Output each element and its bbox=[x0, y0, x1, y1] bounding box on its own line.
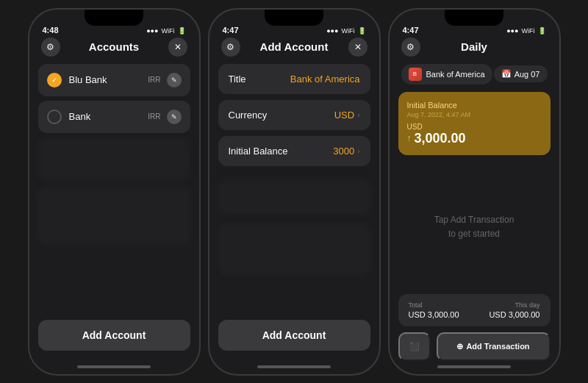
blurred-area-2 bbox=[38, 186, 190, 245]
phone-accounts: 4:48 ●●● WiFi 🔋 ⚙ Accounts ✕ ✓ Blu Bank … bbox=[28, 8, 201, 376]
time-2: 4:47 bbox=[223, 26, 239, 35]
nav-bar-1: ⚙ Accounts ✕ bbox=[29, 37, 199, 64]
empty-line1: Tap Add Transaction bbox=[434, 213, 514, 227]
home-indicator-3 bbox=[437, 365, 511, 368]
footer-total: Total USD 3,000.00 bbox=[409, 301, 459, 319]
bank-logo-icon: B bbox=[409, 68, 422, 81]
bottom-section-2: Add Account bbox=[209, 314, 379, 365]
battery-icon-2: 🔋 bbox=[358, 27, 366, 35]
calendar-icon: 📅 bbox=[501, 69, 512, 79]
bank-selector[interactable]: B Bank of America bbox=[401, 64, 492, 85]
status-icons-3: ●●● WiFi 🔋 bbox=[506, 27, 545, 35]
title-value: Bank of America bbox=[290, 74, 360, 85]
add-account-button-2[interactable]: Add Account bbox=[218, 320, 370, 351]
export-icon: ⬛ bbox=[409, 342, 420, 351]
daily-footer: Total USD 3,000.00 This day USD 3,000.00 bbox=[398, 294, 551, 326]
export-button[interactable]: ⬛ bbox=[398, 332, 431, 361]
blurred-area-4 bbox=[218, 223, 370, 275]
total-label: Total bbox=[409, 301, 459, 309]
blurred-area-1 bbox=[38, 137, 190, 182]
home-indicator-2 bbox=[257, 365, 331, 368]
close-icon-2[interactable]: ✕ bbox=[348, 37, 368, 57]
time-1: 4:48 bbox=[43, 26, 59, 35]
tx-amount-row: USD ↑ 3,000.00 bbox=[407, 123, 542, 146]
account-name-bank: Bank bbox=[69, 111, 148, 122]
gear-icon-1[interactable]: ⚙ bbox=[41, 37, 60, 57]
balance-row[interactable]: Initial Balance 3000 › bbox=[218, 136, 370, 166]
wifi-icon: WiFi bbox=[162, 27, 175, 35]
title-label: Title bbox=[229, 74, 246, 85]
blurred-area-3 bbox=[218, 178, 370, 215]
account-check-selected: ✓ bbox=[47, 73, 62, 87]
accounts-list: ✓ Blu Bank IRR ✎ Bank IRR ✎ bbox=[29, 64, 199, 314]
tx-currency: USD ↑ 3,000.00 bbox=[407, 123, 466, 146]
account-name-blubank: Blu Bank bbox=[69, 74, 148, 85]
signal-icon-2: ●●● bbox=[326, 27, 338, 35]
close-icon-1[interactable]: ✕ bbox=[168, 37, 187, 57]
nav-bar-3: ⚙ Daily bbox=[390, 37, 559, 64]
chevron-currency: › bbox=[357, 111, 359, 119]
daily-header: B Bank of America 📅 Aug 07 bbox=[398, 64, 551, 92]
phone-daily: 4:47 ●●● WiFi 🔋 ⚙ Daily B Bank of Americ… bbox=[388, 8, 561, 376]
signal-icon: ●●● bbox=[146, 27, 158, 35]
balance-value: 3000 › bbox=[333, 146, 359, 157]
thisday-label: This day bbox=[489, 301, 539, 309]
action-row: ⬛ ⊕ Add Transaction bbox=[398, 332, 551, 361]
tx-label: Initial Balance bbox=[407, 101, 542, 110]
footer-row: Total USD 3,000.00 This day USD 3,000.00 bbox=[409, 301, 540, 319]
currency-group: Currency USD › bbox=[218, 100, 370, 130]
tx-amount-value: 3,000.00 bbox=[415, 131, 466, 146]
nav-bar-2: ⚙ Add Account ✕ bbox=[209, 37, 379, 64]
time-3: 4:47 bbox=[403, 26, 419, 35]
nav-right-placeholder bbox=[528, 37, 547, 57]
gear-icon-3[interactable]: ⚙ bbox=[401, 37, 420, 57]
initial-balance-card[interactable]: Initial Balance Aug 7, 2022, 4:47 AM USD… bbox=[398, 92, 551, 155]
add-account-form: Title Bank of America Currency USD › Ini… bbox=[209, 64, 379, 314]
add-transaction-button[interactable]: ⊕ Add Transaction bbox=[437, 332, 551, 361]
account-edit-blubank[interactable]: ✎ bbox=[167, 73, 182, 87]
total-value: USD 3,000.00 bbox=[409, 310, 459, 319]
plus-icon: ⊕ bbox=[456, 342, 463, 351]
date-label: Aug 07 bbox=[514, 70, 540, 79]
thisday-value: USD 3,000.00 bbox=[489, 310, 539, 319]
wifi-icon-2: WiFi bbox=[342, 27, 355, 35]
bank-name-label: Bank of America bbox=[426, 70, 485, 79]
empty-line2: to get started bbox=[448, 227, 500, 241]
home-indicator-1 bbox=[77, 365, 151, 368]
battery-icon-3: 🔋 bbox=[538, 27, 546, 35]
footer-thisday: This day USD 3,000.00 bbox=[489, 301, 539, 319]
account-item-bank[interactable]: Bank IRR ✎ bbox=[38, 101, 190, 133]
currency-value: USD › bbox=[334, 110, 360, 121]
phone-add-account: 4:47 ●●● WiFi 🔋 ⚙ Add Account ✕ Title Ba… bbox=[208, 8, 381, 376]
account-item-blubank[interactable]: ✓ Blu Bank IRR ✎ bbox=[38, 64, 190, 96]
account-currency-bank: IRR bbox=[148, 112, 160, 121]
status-icons-1: ●●● WiFi 🔋 bbox=[146, 27, 185, 35]
date-selector[interactable]: 📅 Aug 07 bbox=[494, 65, 548, 82]
add-account-button-1[interactable]: Add Account bbox=[38, 320, 190, 351]
nav-title-3: Daily bbox=[461, 40, 487, 53]
notch-3 bbox=[445, 10, 503, 26]
tx-arrow-icon: ↑ bbox=[407, 133, 412, 143]
empty-state: Tap Add Transaction to get started bbox=[398, 161, 551, 294]
status-icons-2: ●●● WiFi 🔋 bbox=[326, 27, 365, 35]
account-currency-blubank: IRR bbox=[148, 76, 160, 84]
currency-label: Currency bbox=[229, 110, 268, 121]
signal-icon-3: ●●● bbox=[506, 27, 518, 35]
title-group: Title Bank of America bbox=[218, 64, 370, 94]
tx-date: Aug 7, 2022, 4:47 AM bbox=[407, 111, 542, 118]
wifi-icon-3: WiFi bbox=[522, 27, 535, 35]
chevron-balance: › bbox=[357, 147, 359, 155]
account-edit-bank[interactable]: ✎ bbox=[167, 110, 182, 124]
daily-content: B Bank of America 📅 Aug 07 Initial Balan… bbox=[390, 64, 559, 361]
balance-group: Initial Balance 3000 › bbox=[218, 136, 370, 166]
notch-2 bbox=[265, 10, 323, 26]
battery-icon: 🔋 bbox=[178, 27, 186, 35]
currency-row[interactable]: Currency USD › bbox=[218, 100, 370, 130]
notch bbox=[85, 10, 143, 26]
title-row[interactable]: Title Bank of America bbox=[218, 64, 370, 94]
bottom-section-1: Add Account bbox=[29, 314, 199, 365]
nav-title-1: Accounts bbox=[89, 40, 139, 53]
gear-icon-2[interactable]: ⚙ bbox=[221, 37, 240, 57]
account-check-bank bbox=[47, 110, 62, 124]
balance-label: Initial Balance bbox=[229, 146, 288, 157]
